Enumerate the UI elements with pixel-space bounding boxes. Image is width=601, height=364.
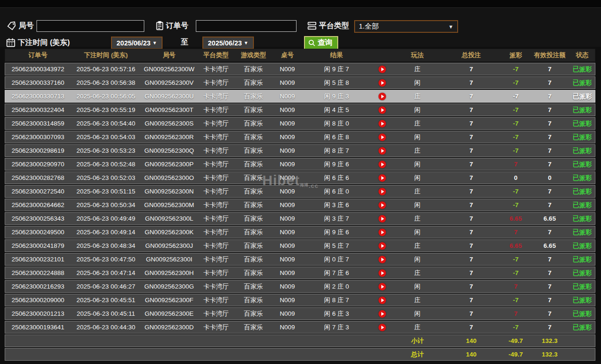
round-no-label: 局号: [19, 21, 34, 31]
cell-payout: 7: [502, 229, 530, 236]
cell-table-no: N009: [272, 283, 303, 290]
table-row[interactable]: 250623000264662 2025-06-23 00:50:34 GN00…: [5, 199, 595, 211]
cell-bet-time: 2025-06-23 00:56:05: [71, 93, 141, 100]
cell-bet-time: 2025-06-23 00:57:16: [71, 66, 141, 73]
cell-platform: 卡卡湾厅: [197, 269, 235, 277]
col-round-no: 局号: [141, 51, 197, 59]
table-row[interactable]: 250623000337160 2025-06-23 00:56:38 GN00…: [5, 76, 595, 89]
replay-play-icon[interactable]: [378, 66, 386, 73]
table-row[interactable]: 250623000241879 2025-06-23 00:48:34 GN00…: [5, 239, 595, 252]
replay-play-icon[interactable]: [378, 269, 386, 277]
chevron-down-icon: ▼: [244, 40, 248, 45]
replay-play-icon[interactable]: [378, 134, 386, 141]
table-row[interactable]: 250623000290970 2025-06-23 00:52:48 GN00…: [5, 158, 595, 171]
cell-table-no: N009: [272, 174, 303, 181]
cell-result: 闲 7 庄 6: [303, 269, 371, 277]
subtotal-valid-bet: 132.3: [530, 337, 570, 344]
replay-play-icon[interactable]: [378, 324, 386, 331]
cell-game-type: 百家乐: [235, 215, 272, 223]
cell-payout: -7: [502, 93, 530, 100]
replay-play-icon[interactable]: [378, 215, 386, 223]
subtotal-total-bet: 140: [441, 337, 502, 344]
col-payout: 派彩: [502, 51, 530, 59]
cell-total-bet: 7: [441, 310, 502, 317]
cell-round-no: GN0092562300W: [141, 66, 197, 73]
platform-type-select[interactable]: 1.全部 ▼: [354, 20, 458, 33]
cell-play-type: 庄: [394, 65, 441, 74]
table-row[interactable]: 250623000322404 2025-06-23 00:55:19 GN00…: [5, 104, 595, 116]
replay-play-icon[interactable]: [378, 188, 386, 195]
date-from-select[interactable]: 2025/06/23 ▼: [111, 37, 163, 49]
replay-play-icon[interactable]: [378, 93, 386, 100]
round-no-input[interactable]: [37, 20, 144, 32]
cell-total-bet: 7: [441, 215, 502, 222]
table-row[interactable]: 250623000209000 2025-06-23 00:45:51 GN00…: [5, 294, 595, 306]
cell-total-bet: 7: [441, 79, 502, 86]
query-button-label: 查询: [318, 38, 333, 48]
cell-round-no: GN0092562300I: [141, 256, 197, 263]
cell-order-no: 250623000343972: [5, 66, 71, 73]
replay-play-icon[interactable]: [378, 174, 386, 182]
cell-play-type: 庄: [394, 269, 441, 277]
cell-order-no: 250623000209000: [5, 297, 71, 304]
date-to-value: 2025/06/23: [208, 39, 242, 47]
replay-play-icon[interactable]: [378, 147, 386, 155]
calendar-icon: [6, 37, 16, 48]
table-row[interactable]: 250623000307093 2025-06-23 00:54:03 GN00…: [5, 131, 595, 143]
cell-valid-bet: 6.65: [530, 242, 570, 249]
replay-play-icon[interactable]: [378, 79, 386, 87]
cell-valid-bet: 7: [530, 256, 570, 263]
replay-play-icon[interactable]: [378, 283, 386, 290]
replay-play-icon[interactable]: [378, 201, 386, 209]
table-row[interactable]: 250623000282768 2025-06-23 00:52:03 GN00…: [5, 171, 595, 184]
replay-play-icon[interactable]: [378, 229, 386, 236]
cell-payout: 7: [502, 161, 530, 168]
cell-game-type: 百家乐: [235, 147, 272, 155]
cell-play-type: 庄: [394, 242, 441, 250]
table-row[interactable]: 250623000193641 2025-06-23 00:44:30 GN00…: [5, 321, 595, 334]
replay-play-icon[interactable]: [378, 106, 386, 114]
cell-payout: -7: [502, 297, 530, 304]
table-row[interactable]: 250623000249500 2025-06-23 00:49:14 GN00…: [5, 226, 595, 238]
cell-play-type: 闲: [394, 106, 441, 114]
table-row[interactable]: 250623000201213 2025-06-23 00:45:11 GN00…: [5, 307, 595, 320]
cell-payout: -7: [502, 147, 530, 154]
query-button[interactable]: 查询: [304, 36, 338, 50]
cell-result: 闲 2 庄 0: [303, 282, 371, 291]
table-row[interactable]: 250623000224888 2025-06-23 00:47:14 GN00…: [5, 267, 595, 279]
tag-icon: [7, 21, 17, 31]
table-row[interactable]: 250623000330713 2025-06-23 00:56:05 GN00…: [5, 90, 595, 103]
cell-play-type: 闲: [394, 133, 441, 141]
cell-play-type: 庄: [394, 119, 441, 128]
replay-play-icon[interactable]: [378, 161, 386, 168]
cell-result: 闲 6 庄 8: [303, 133, 371, 141]
table-row[interactable]: 250623000298619 2025-06-23 00:53:23 GN00…: [5, 144, 595, 157]
cell-game-type: 百家乐: [235, 65, 272, 74]
table-row[interactable]: 250623000232101 2025-06-23 00:47:50 GN00…: [5, 253, 595, 266]
replay-play-icon[interactable]: [378, 297, 386, 304]
table-row[interactable]: 250623000314859 2025-06-23 00:54:40 GN00…: [5, 117, 595, 130]
table-row[interactable]: 250623000272540 2025-06-23 00:51:15 GN00…: [5, 185, 595, 198]
cell-status: 已派彩: [570, 282, 595, 291]
replay-play-icon[interactable]: [378, 120, 386, 127]
order-no-input[interactable]: [196, 20, 297, 32]
replay-play-icon[interactable]: [378, 310, 386, 318]
cell-bet-time: 2025-06-23 00:54:40: [71, 120, 141, 127]
cell-play-type: 闲: [394, 79, 441, 87]
cell-platform: 卡卡湾厅: [197, 160, 235, 169]
table-row[interactable]: 250623000256343 2025-06-23 00:49:49 GN00…: [5, 212, 595, 225]
cell-valid-bet: 7: [530, 229, 570, 236]
cell-bet-time: 2025-06-23 00:51:15: [71, 188, 141, 195]
cell-payout: -7: [502, 324, 530, 331]
date-to-select[interactable]: 2025/06/23 ▼: [202, 37, 254, 49]
cell-payout: -7: [502, 120, 530, 127]
cell-table-no: N009: [272, 201, 303, 208]
cell-game-type: 百家乐: [235, 106, 272, 114]
replay-play-icon[interactable]: [378, 242, 386, 250]
cell-round-no: GN0092562300U: [141, 93, 197, 100]
chevron-down-icon: ▼: [152, 40, 157, 45]
cell-order-no: 250623000224888: [5, 269, 71, 276]
table-row[interactable]: 250623000216293 2025-06-23 00:46:27 GN00…: [5, 280, 595, 293]
table-row[interactable]: 250623000343972 2025-06-23 00:57:16 GN00…: [5, 63, 595, 75]
replay-play-icon[interactable]: [378, 256, 386, 263]
